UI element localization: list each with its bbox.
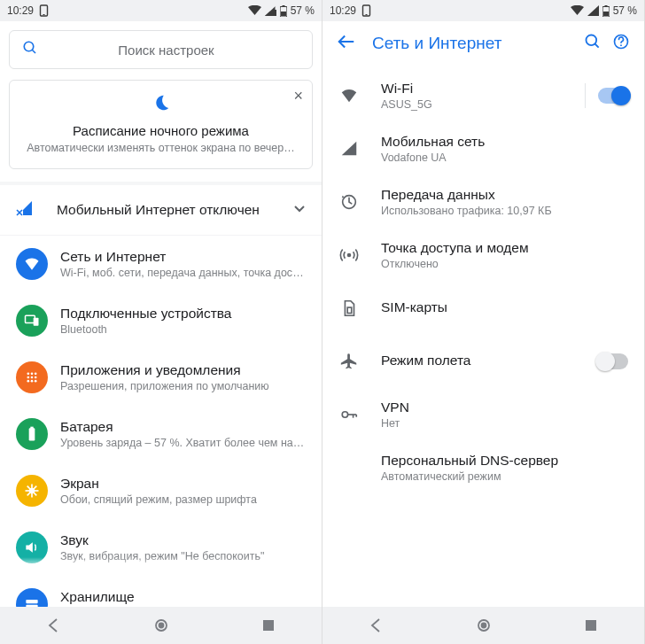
item-subtitle: Разрешения, приложения по умолчанию — [60, 380, 306, 392]
svg-rect-34 — [26, 605, 37, 607]
settings-item-volume[interactable]: Звук Звук, вибрация, режим "Не беспокоит… — [0, 519, 322, 576]
network-item-vpn[interactable]: VPN Нет — [322, 388, 644, 441]
airplane-icon — [338, 352, 360, 371]
statusbar: 10:29 57 % — [322, 0, 644, 21]
search-button[interactable] — [579, 27, 607, 59]
item-subtitle: ASUS_5G — [381, 98, 572, 111]
nav-home[interactable] — [458, 610, 509, 640]
navbar — [322, 607, 644, 644]
svg-rect-12 — [34, 318, 39, 326]
settings-item-wifi[interactable]: Сеть и Интернет Wi-Fi, моб. сети, переда… — [0, 236, 322, 292]
nav-home[interactable] — [136, 610, 187, 640]
night-mode-promo[interactable]: × Расписание ночного режима Автоматическ… — [9, 80, 313, 169]
back-button[interactable] — [331, 27, 361, 60]
divider — [585, 83, 586, 108]
signal-status-icon — [587, 5, 599, 16]
moon-icon — [22, 93, 299, 116]
page-title: Сеть и Интернет — [372, 34, 579, 53]
battery-icon — [16, 418, 48, 450]
svg-point-14 — [31, 373, 34, 376]
network-item-data[interactable]: Передача данных Использовано трафика: 10… — [322, 175, 644, 229]
wifi-status-icon — [571, 5, 584, 16]
settings-item-battery[interactable]: Батарея Уровень заряда – 57 %. Хватит бо… — [0, 406, 322, 462]
toggle-switch[interactable] — [598, 353, 628, 369]
battery-status-icon — [602, 5, 610, 17]
item-title: Режим полета — [381, 353, 598, 369]
status-time: 10:29 — [330, 4, 356, 17]
item-title: Подключенные устройства — [60, 306, 306, 322]
navbar — [0, 607, 322, 644]
battery-percent: 57 % — [291, 4, 315, 17]
svg-rect-22 — [29, 428, 35, 440]
notification-icon — [39, 4, 49, 17]
svg-point-17 — [31, 376, 34, 379]
chevron-down-icon — [293, 202, 306, 218]
network-item-hotspot[interactable]: Точка доступа и модем Отключено — [322, 229, 644, 282]
item-title: Хранилище — [60, 589, 306, 605]
search-icon — [22, 40, 38, 59]
item-subtitle: Обои, спящий режим, размер шрифта — [60, 493, 306, 506]
svg-point-18 — [35, 376, 37, 379]
hotspot-icon — [338, 245, 360, 265]
svg-rect-4 — [282, 5, 284, 7]
svg-rect-1 — [43, 14, 45, 15]
svg-point-16 — [27, 376, 30, 379]
svg-point-21 — [35, 380, 37, 383]
svg-rect-57 — [586, 620, 596, 631]
svg-line-45 — [595, 44, 599, 48]
mobile-data-off-banner[interactable]: Мобильный Интернет отключен — [0, 185, 322, 236]
network-item-sim[interactable]: SIM-карты — [322, 282, 644, 335]
close-icon[interactable]: × — [293, 88, 303, 104]
item-subtitle: Уровень заряда – 57 %. Хватит более чем … — [60, 437, 306, 449]
item-subtitle: Bluetooth — [60, 323, 306, 336]
statusbar: 10:29 57 % — [0, 0, 322, 21]
notification-icon — [361, 4, 371, 17]
nav-recent[interactable] — [244, 611, 293, 640]
battery-percent: 57 % — [613, 4, 637, 17]
search-placeholder: Поиск настроек — [59, 43, 299, 58]
item-subtitle: Отключено — [381, 258, 628, 270]
network-item-dns[interactable]: Персональный DNS-сервер Автоматический р… — [322, 441, 644, 494]
item-subtitle: Нет — [381, 417, 628, 430]
battery-status-icon — [280, 5, 287, 17]
help-button[interactable] — [607, 27, 635, 59]
nav-back[interactable] — [351, 610, 402, 640]
settings-item-storage[interactable]: Хранилище Использовано 42 % – свободно 1… — [0, 576, 322, 607]
svg-point-19 — [27, 380, 30, 383]
svg-rect-39 — [366, 14, 368, 15]
network-item-wifi[interactable]: Wi-Fi ASUS_5G — [322, 69, 644, 122]
network-item-signal[interactable]: Мобильная сеть Vodafone UA — [322, 122, 644, 175]
vpn-icon — [338, 405, 360, 424]
item-title: Точка доступа и модем — [381, 240, 628, 256]
svg-point-15 — [35, 373, 37, 376]
search-settings[interactable]: Поиск настроек — [9, 30, 313, 69]
toggle-switch[interactable] — [598, 88, 628, 104]
sim-icon — [338, 299, 360, 318]
signal-icon — [338, 139, 360, 159]
network-item-airplane[interactable]: Режим полета — [322, 335, 644, 388]
nav-recent[interactable] — [566, 611, 616, 640]
item-title: Сеть и Интернет — [60, 249, 306, 265]
svg-rect-2 — [275, 5, 276, 10]
svg-rect-41 — [604, 5, 607, 7]
wifi-icon — [338, 86, 360, 105]
item-subtitle: Wi-Fi, моб. сети, передача данных, точка… — [60, 267, 306, 279]
item-title: VPN — [381, 400, 628, 415]
svg-rect-42 — [603, 12, 609, 16]
svg-point-13 — [27, 373, 30, 376]
promo-subtitle: Автоматически изменять оттенок экрана по… — [22, 142, 299, 154]
devices-icon — [16, 305, 48, 337]
item-title: Приложения и уведомления — [60, 362, 306, 378]
svg-rect-5 — [281, 12, 286, 16]
svg-point-6 — [24, 42, 34, 51]
item-title: Персональный DNS-сервер — [381, 453, 628, 469]
settings-item-devices[interactable]: Подключенные устройства Bluetooth — [0, 292, 322, 349]
settings-item-apps[interactable]: Приложения и уведомления Разрешения, при… — [0, 349, 322, 406]
apps-icon — [16, 361, 48, 393]
settings-item-brightness[interactable]: Экран Обои, спящий режим, размер шрифта — [0, 462, 322, 519]
nav-back[interactable] — [28, 610, 80, 640]
storage-icon — [16, 588, 48, 607]
item-title: Wi-Fi — [381, 81, 572, 97]
item-title: Батарея — [60, 419, 306, 435]
volume-icon — [16, 531, 48, 563]
